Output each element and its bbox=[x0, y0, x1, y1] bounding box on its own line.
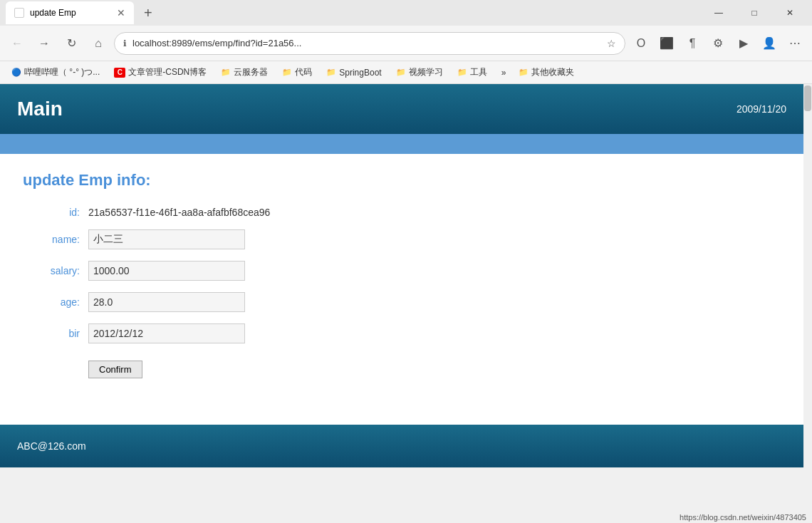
form-section-title: update Emp info: bbox=[23, 171, 781, 190]
status-url: https://blog.csdn.net/weixin/4873405 bbox=[674, 512, 812, 523]
csdn-icon: C bbox=[114, 68, 125, 78]
address-bar[interactable]: ℹ localhost:8989/ems/emp/find?id=21a56..… bbox=[114, 32, 625, 55]
bookmark-others[interactable]: 📁 其他收藏夹 bbox=[513, 65, 580, 80]
bookmark-bilibili[interactable]: 🔵 哔哩哔哩（ °-° )つ... bbox=[6, 65, 105, 80]
scrollbar-track[interactable] bbox=[803, 84, 812, 467]
bookmark-tools-label: 工具 bbox=[470, 66, 487, 78]
confirm-button[interactable]: Confirm bbox=[88, 361, 142, 378]
main-content: update Emp info: id: 21a56537-f11e-46f1-… bbox=[0, 154, 803, 425]
tab-favicon bbox=[14, 8, 24, 18]
bookmark-video[interactable]: 📁 视频学习 bbox=[390, 65, 449, 80]
new-tab-button[interactable]: + bbox=[140, 5, 157, 21]
extension-icon-1[interactable]: ⬛ bbox=[655, 32, 678, 55]
page-header: Main 2009/11/20 bbox=[0, 84, 803, 134]
confirm-row: Confirm bbox=[88, 355, 781, 378]
restore-button[interactable]: □ bbox=[738, 0, 771, 26]
folder-icon-code: 📁 bbox=[282, 68, 292, 78]
header-date: 2009/11/20 bbox=[736, 103, 786, 115]
salary-input[interactable] bbox=[88, 261, 245, 281]
folder-icon-tools: 📁 bbox=[457, 68, 467, 78]
tab-close-button[interactable]: ✕ bbox=[117, 8, 125, 18]
id-value: 21a56537-f11e-46f1-aa8a-afafbf68cea96 bbox=[88, 207, 270, 218]
bilibili-icon: 🔵 bbox=[11, 68, 21, 78]
bookmark-springboot[interactable]: 📁 SpringBoot bbox=[321, 66, 387, 79]
bir-input[interactable] bbox=[88, 323, 245, 343]
browser-tab[interactable]: update Emp ✕ bbox=[6, 1, 134, 24]
minimize-button[interactable]: — bbox=[702, 0, 735, 26]
bookmark-code-label: 代码 bbox=[295, 66, 312, 78]
form-row-id: id: 21a56537-f11e-46f1-aa8a-afafbf68cea9… bbox=[23, 207, 781, 218]
bookmark-springboot-label: SpringBoot bbox=[339, 68, 381, 78]
webpage: Main 2009/11/20 update Emp info: id: 21a… bbox=[0, 84, 803, 467]
bookmarks-more-button[interactable]: » bbox=[497, 66, 511, 79]
bookmark-video-label: 视频学习 bbox=[409, 66, 443, 78]
page-title: Main bbox=[17, 98, 63, 120]
form-row-salary: salary: bbox=[23, 261, 781, 281]
footer-email: ABC@126.com bbox=[17, 440, 86, 452]
bookmark-bilibili-label: 哔哩哔哩（ °-° )つ... bbox=[24, 66, 100, 78]
age-input[interactable] bbox=[88, 292, 245, 312]
window-controls: — □ ✕ bbox=[702, 0, 806, 26]
folder-icon-video: 📁 bbox=[396, 68, 406, 78]
age-label: age: bbox=[23, 296, 80, 308]
opera-icon[interactable]: O bbox=[630, 32, 652, 55]
address-text: localhost:8989/ems/emp/find?id=21a56... bbox=[132, 38, 601, 48]
page-content-area: Main 2009/11/20 update Emp info: id: 21a… bbox=[0, 84, 812, 467]
folder-icon-others: 📁 bbox=[519, 68, 529, 78]
bookmark-cloud[interactable]: 📁 云服务器 bbox=[215, 65, 274, 80]
name-label: name: bbox=[23, 234, 80, 245]
bookmark-tools[interactable]: 📁 工具 bbox=[452, 65, 493, 80]
close-button[interactable]: ✕ bbox=[774, 0, 806, 26]
id-label: id: bbox=[23, 207, 80, 218]
bookmarks-bar: 🔵 哔哩哔哩（ °-° )つ... C 文章管理-CSDN博客 📁 云服务器 📁… bbox=[0, 61, 812, 84]
extension-icon-2[interactable]: ¶ bbox=[681, 32, 704, 55]
bookmark-csdn[interactable]: C 文章管理-CSDN博客 bbox=[108, 65, 212, 80]
browser-titlebar: update Emp ✕ + — □ ✕ bbox=[0, 0, 812, 26]
refresh-button[interactable]: ↻ bbox=[60, 32, 83, 55]
browser-toolbar: ← → ↻ ⌂ ℹ localhost:8989/ems/emp/find?id… bbox=[0, 26, 812, 61]
folder-icon-springboot: 📁 bbox=[326, 68, 336, 78]
bookmark-others-label: 其他收藏夹 bbox=[531, 66, 574, 78]
forward-button[interactable]: → bbox=[33, 32, 56, 55]
bookmark-code[interactable]: 📁 代码 bbox=[276, 65, 318, 80]
bir-label: bir bbox=[23, 328, 80, 339]
bookmark-cloud-label: 云服务器 bbox=[234, 66, 268, 78]
folder-icon-cloud: 📁 bbox=[221, 68, 231, 78]
menu-button[interactable]: ⋯ bbox=[784, 32, 806, 55]
blue-bar bbox=[0, 134, 803, 154]
bookmark-star-icon[interactable]: ☆ bbox=[607, 38, 616, 49]
form-row-age: age: bbox=[23, 292, 781, 312]
extension-icon-5[interactable]: 👤 bbox=[758, 32, 781, 55]
back-button[interactable]: ← bbox=[6, 32, 28, 55]
name-input[interactable] bbox=[88, 229, 245, 249]
scrollbar-thumb[interactable] bbox=[804, 86, 811, 111]
extension-icon-3[interactable]: ⚙ bbox=[707, 32, 729, 55]
lock-icon: ℹ bbox=[123, 38, 127, 48]
home-button[interactable]: ⌂ bbox=[87, 32, 110, 55]
form-row-bir: bir bbox=[23, 323, 781, 343]
salary-label: salary: bbox=[23, 265, 80, 276]
form-row-name: name: bbox=[23, 229, 781, 249]
browser-icon-group: O ⬛ ¶ ⚙ ▶ 👤 ⋯ bbox=[630, 32, 806, 55]
extension-icon-4[interactable]: ▶ bbox=[732, 32, 755, 55]
bookmark-csdn-label: 文章管理-CSDN博客 bbox=[128, 66, 207, 78]
page-footer: ABC@126.com bbox=[0, 425, 803, 467]
tab-title: update Emp bbox=[30, 8, 76, 18]
